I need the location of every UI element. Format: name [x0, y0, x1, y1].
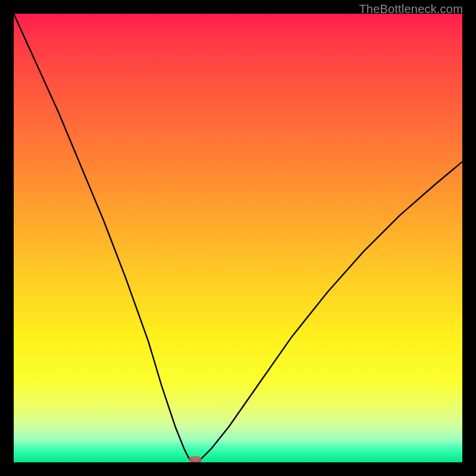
- watermark-text: TheBottleneck.com: [359, 2, 463, 16]
- bottleneck-curve: [14, 14, 462, 462]
- plot-area: [14, 14, 462, 462]
- chart-frame: TheBottleneck.com: [0, 0, 476, 476]
- optimal-point-marker: [189, 456, 202, 462]
